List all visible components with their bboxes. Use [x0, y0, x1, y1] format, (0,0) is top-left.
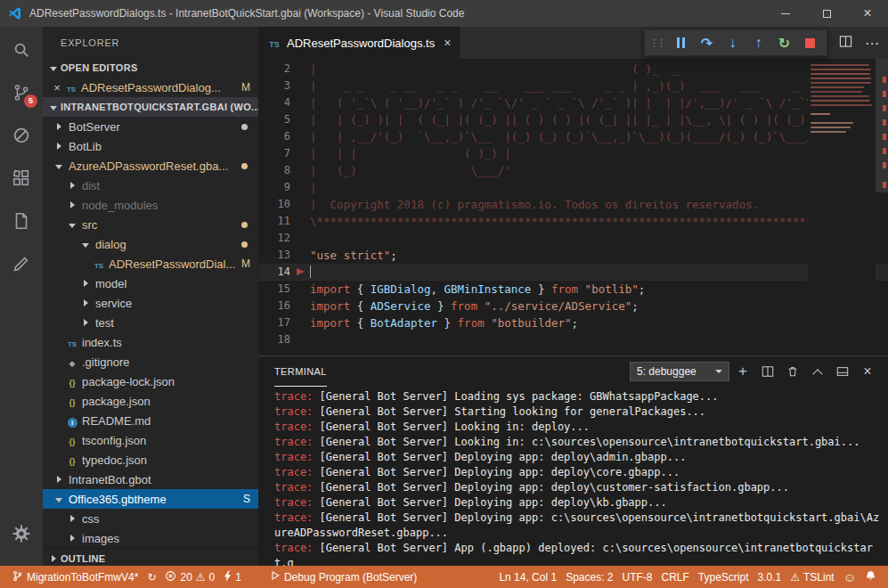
code-line[interactable]: 14 [258, 264, 888, 281]
code-line[interactable]: 11 \************************************… [258, 213, 888, 230]
tree-item-intranetbot-gbot[interactable]: IntranetBot.gbot [43, 470, 258, 489]
code-line[interactable]: 15 import { IGBDialog, GBMinInstance } f… [258, 281, 888, 298]
tree-item-typedoc-json[interactable]: typedoc.json [43, 450, 258, 470]
debug-status[interactable]: Debug Program (BotServer) [265, 570, 421, 584]
problems-status[interactable]: 20 ⚠ 0 [160, 570, 219, 584]
step-over-button[interactable]: ↷ [695, 31, 719, 54]
chevron-right-icon[interactable] [65, 182, 79, 189]
chevron-down-icon[interactable] [65, 222, 79, 228]
tasks-status[interactable]: 1 [219, 570, 246, 584]
code-editor[interactable]: 2 | ( )_ _ | 3 | _ _ _ __ _ _ __ [258, 59, 888, 355]
notifications-bell[interactable] [860, 570, 881, 584]
code-line[interactable]: 3 | _ _ _ __ _ _ __ ___ ___ _ _ | ,_)(_)… [258, 78, 888, 94]
pause-button[interactable] [669, 31, 693, 54]
debug-icon[interactable] [0, 114, 43, 157]
tree-item-model[interactable]: model [43, 274, 258, 293]
code-line[interactable]: 16 import { ADService } from "../service… [258, 298, 888, 314]
search-icon[interactable] [0, 29, 43, 71]
tree-item-adresetpassworddialogs[interactable]: ADResetPasswordDial...M [43, 254, 258, 274]
tree-item-package-lock-json[interactable]: package-lock.json [43, 372, 258, 391]
outline-section-header[interactable]: OUTLINE [43, 548, 258, 566]
sync-status[interactable]: ↻ [143, 571, 160, 584]
chevron-down-icon[interactable] [52, 496, 66, 502]
cursor-position[interactable]: Ln 14, Col 1 [494, 571, 561, 584]
code-line[interactable]: 5 | | (_) )| | ( (_| |( (_) || ( ) ( ) |… [258, 111, 888, 128]
tree-item-src[interactable]: src [43, 215, 258, 234]
tab-adresetpassworddialogs[interactable]: ADResetPasswordDialogs.ts [258, 27, 460, 59]
chevron-right-icon[interactable] [52, 123, 66, 130]
terminal-session-select[interactable]: 5: debuggee [630, 362, 729, 381]
chevron-right-icon[interactable] [52, 143, 66, 150]
step-into-button[interactable]: ↓ [721, 31, 745, 54]
restart-button[interactable]: ↻ [772, 31, 796, 54]
code-line[interactable]: 12 [258, 230, 888, 247]
tree-item-images[interactable]: images [43, 528, 258, 548]
close-icon[interactable] [50, 81, 64, 94]
split-editor-icon[interactable] [839, 35, 852, 52]
chevron-right-icon[interactable] [52, 476, 66, 483]
maximize-panel-chevron-up-icon[interactable] [806, 360, 829, 383]
typescript-version[interactable]: 3.0.1 [754, 571, 786, 584]
stop-button[interactable] [798, 31, 822, 54]
tree-item-botserver[interactable]: BotServer [43, 117, 258, 136]
tree-item-botlib[interactable]: BotLib [43, 136, 258, 156]
panel-layout-icon[interactable] [831, 360, 854, 383]
terminal-output[interactable]: trace: [General Bot Server] Loading sys … [258, 387, 888, 566]
code-line[interactable]: 17 import { BotAdapter } from "botbuilde… [258, 314, 888, 331]
code-line[interactable]: 9 | | [258, 179, 888, 196]
maximize-button[interactable] [806, 0, 847, 27]
close-panel-icon[interactable] [856, 360, 879, 383]
open-editor-item[interactable]: ADResetPasswordDialog... M [43, 78, 258, 97]
tree-item-azureadpasswordreset[interactable]: AzureADPasswordReset.gba... [43, 156, 258, 176]
chevron-right-icon[interactable] [65, 515, 79, 522]
source-control-icon[interactable]: 5 [0, 71, 43, 114]
code-area[interactable]: 2 | ( )_ _ | 3 | _ _ _ __ _ _ __ [258, 61, 888, 348]
chevron-down-icon[interactable] [52, 163, 66, 169]
close-button[interactable]: × [847, 0, 888, 27]
code-line[interactable]: 8 | (_) \___/' | [258, 162, 888, 179]
tree-item-test[interactable]: test [43, 313, 258, 332]
drag-grip-icon[interactable] [649, 37, 667, 49]
tree-item-node-modules[interactable]: node_modules [43, 195, 258, 215]
terminal-tab[interactable]: TERMINAL [274, 356, 327, 387]
more-actions-icon[interactable] [865, 35, 879, 52]
chevron-right-icon[interactable] [65, 535, 79, 542]
workspace-section-header[interactable]: INTRANETBOTQUICKSTART.GBAI (WO... [43, 97, 258, 117]
tree-item-readme-md[interactable]: README.md [43, 411, 258, 430]
code-line[interactable]: 18 [258, 331, 888, 348]
extensions-icon[interactable] [0, 157, 43, 200]
git-branch-status[interactable]: MigrationToBotFmwV4* [7, 570, 143, 584]
tree-item-dialog[interactable]: dialog [43, 234, 258, 254]
minimize-button[interactable] [765, 0, 806, 27]
code-line[interactable]: 2 | ( )_ _ | [258, 61, 888, 78]
tslint-status[interactable]: ⚠TSLint [786, 571, 838, 584]
tree-item-gitignore[interactable]: .gitignore [43, 352, 258, 372]
settings-gear-icon[interactable] [0, 512, 43, 555]
close-icon[interactable] [444, 36, 451, 50]
encoding-status[interactable]: UTF-8 [618, 571, 657, 584]
tree-item-tsconfig-json[interactable]: tsconfig.json [43, 430, 258, 450]
chevron-right-icon[interactable] [78, 319, 93, 326]
feedback-smiley[interactable]: ☺ [839, 571, 860, 584]
split-terminal-icon[interactable] [756, 360, 779, 383]
code-line[interactable]: 13 "use strict"; [258, 247, 888, 264]
language-mode[interactable]: TypeScript [694, 571, 754, 584]
tree-item-office365-gbtheme[interactable]: Office365.gbthemeS [43, 489, 258, 509]
code-line[interactable]: 10 | Copyright 2018 (c) pragmatismo.io. … [258, 196, 888, 213]
indentation-status[interactable]: Spaces: 2 [561, 571, 617, 584]
tree-item-service[interactable]: service [43, 293, 258, 313]
chevron-right-icon[interactable] [65, 201, 79, 208]
tree-item-index-ts[interactable]: index.ts [43, 332, 258, 352]
step-out-button[interactable]: ↑ [746, 31, 770, 54]
minimap[interactable] [808, 59, 876, 282]
tree-item-dist[interactable]: dist [43, 176, 258, 195]
eol-status[interactable]: CRLF [657, 571, 694, 584]
chevron-down-icon[interactable] [78, 241, 93, 248]
code-line[interactable]: 4 | ( '_`\ ( '__)/'_` ) /'_ `\/' _ ` _ `… [258, 94, 888, 111]
explorer-files-icon[interactable] [0, 200, 43, 242]
chevron-right-icon[interactable] [78, 299, 93, 306]
new-terminal-icon[interactable] [731, 360, 754, 383]
code-line[interactable]: 7 | | | ( )_) | | [258, 145, 888, 162]
tree-item-package-json[interactable]: package.json [43, 391, 258, 411]
edit-pencil-icon[interactable] [0, 242, 43, 285]
